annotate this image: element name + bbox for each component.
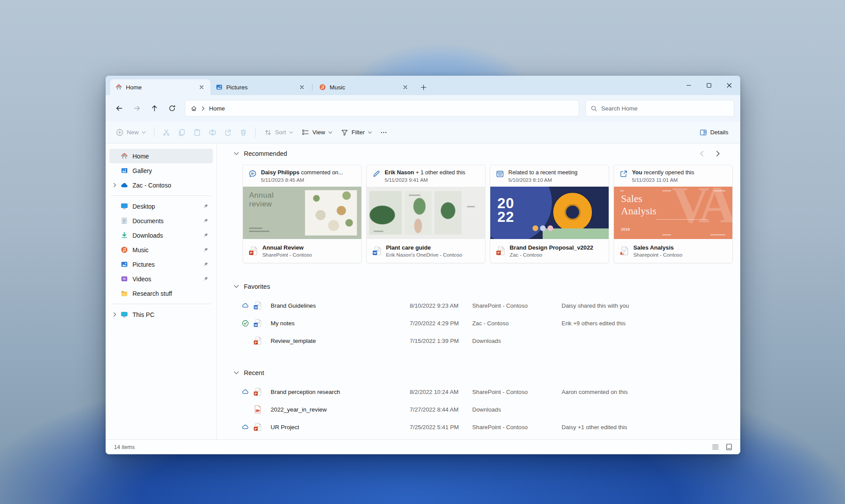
copy-icon [178, 129, 186, 136]
onedrive-cloud-icon [120, 181, 129, 189]
new-button[interactable]: New [112, 125, 150, 140]
carousel-left-icon[interactable] [700, 151, 704, 157]
tab-home[interactable]: Home [110, 79, 210, 95]
chevron-down-icon [368, 131, 372, 134]
chevron-down-icon [289, 131, 293, 134]
address-breadcrumb-bar[interactable]: Home [185, 100, 579, 117]
powerpoint-file-icon: P [253, 387, 271, 396]
music-icon [120, 246, 129, 254]
delete-button[interactable] [236, 125, 251, 140]
tab-music[interactable]: Music [314, 79, 414, 95]
file-location: SharePoint - Contoso [472, 424, 562, 430]
recommended-card-brand-design-proposal[interactable]: Related to a recent meeting 5/10/2023 8:… [490, 165, 609, 263]
forward-button[interactable] [129, 100, 145, 116]
close-tab-icon[interactable] [400, 82, 411, 92]
sidebar-item-label: Desktop [132, 203, 155, 210]
file-row[interactable]: P Review_template 7/15/2022 1:39 PM Down… [242, 332, 740, 349]
toolbar-separator [154, 128, 154, 137]
file-name: Brand perception research [271, 389, 410, 395]
sidebar-item-music[interactable]: Music [109, 243, 213, 257]
sidebar-item-label: Music [132, 246, 149, 254]
card-activity: Related to a recent meeting [508, 169, 577, 176]
file-row[interactable]: W Brand Guidelines 8/10/2022 9:23 AM Sha… [242, 297, 740, 314]
section-title: Recent [244, 369, 264, 376]
file-row[interactable]: 2022_year_in_review 7/27/2022 8:44 AM Do… [242, 401, 740, 418]
back-button[interactable] [111, 100, 128, 116]
sidebar-item-this-pc[interactable]: This PC [109, 307, 213, 322]
collapse-chevron-icon[interactable] [234, 371, 239, 375]
large-thumbnails-view-icon[interactable] [726, 444, 732, 450]
sidebar-item-research-stuff[interactable]: Research stuff [109, 286, 213, 301]
downloads-icon [120, 232, 129, 239]
rename-button[interactable] [205, 125, 220, 140]
explorer-body: Home Gallery Zac - Contoso [106, 143, 740, 439]
file-date: 7/20/2022 4:29 PM [410, 320, 472, 327]
refresh-button[interactable] [164, 100, 180, 116]
documents-icon [120, 217, 129, 224]
sidebar-item-pictures[interactable]: Pictures [109, 257, 213, 272]
search-input[interactable] [601, 105, 729, 112]
file-row[interactable]: P UR Project 7/25/2022 5:41 PM SharePoin… [242, 418, 740, 436]
up-button[interactable] [146, 100, 163, 116]
rename-icon [209, 129, 217, 136]
collapse-chevron-icon[interactable] [234, 152, 239, 155]
carousel-arrows [700, 151, 720, 157]
copy-button[interactable] [174, 125, 189, 140]
file-activity: Aaron commented on this [562, 389, 740, 395]
share-button[interactable] [220, 125, 235, 140]
file-row[interactable]: P Brand perception research 8/2/2022 10:… [242, 383, 740, 401]
ellipsis-icon [380, 129, 387, 136]
view-button[interactable]: View [298, 125, 336, 140]
recommended-card-plant-care-guide[interactable]: Erik Nason + 1 other edited this 5/11/20… [366, 165, 485, 263]
more-options-button[interactable] [376, 125, 391, 140]
recommended-cards: Daisy Philipps commented on... 5/11/2023… [242, 165, 740, 263]
navigation-sidebar: Home Gallery Zac - Contoso [106, 143, 217, 439]
sidebar-item-label: Videos [132, 276, 151, 283]
sidebar-item-home[interactable]: Home [109, 149, 213, 163]
powerpoint-file-icon: P [253, 423, 271, 431]
card-activity: Daisy Philipps commented on... [261, 169, 343, 176]
close-tab-icon[interactable] [297, 82, 307, 92]
chevron-right-icon [201, 106, 205, 111]
file-location: SharePoint - Contoso [472, 389, 562, 395]
svg-text:P: P [255, 341, 257, 345]
tab-pictures[interactable]: Pictures [210, 79, 311, 95]
close-tab-icon[interactable] [196, 82, 207, 92]
tab-strip: Home Pictures Music [106, 76, 740, 95]
recommended-card-sales-analysis[interactable]: You recently opened this 5/11/2023 11:01… [614, 165, 733, 263]
sidebar-item-gallery[interactable]: Gallery [109, 163, 213, 178]
items-count: 14 items [114, 444, 135, 450]
view-icon [301, 129, 309, 136]
tab-label: Pictures [226, 84, 293, 91]
new-tab-button[interactable] [417, 81, 430, 94]
paste-button[interactable] [190, 125, 205, 140]
expand-chevron-icon[interactable] [109, 183, 120, 188]
pin-icon [203, 276, 209, 282]
file-row[interactable]: W My notes 7/20/2022 4:29 PM Zac - Conto… [242, 314, 740, 332]
filter-button[interactable]: Filter [337, 125, 376, 140]
cut-button[interactable] [159, 125, 174, 140]
edit-pencil-icon [372, 169, 381, 187]
details-view-icon[interactable] [712, 444, 719, 450]
sidebar-item-videos[interactable]: Videos [109, 272, 213, 286]
sidebar-item-downloads[interactable]: Downloads [109, 228, 213, 243]
file-name: My notes [271, 320, 410, 327]
card-date: 5/11/2023 11:01 AM [632, 177, 694, 183]
details-pane-button[interactable]: Details [695, 125, 732, 140]
minimize-button[interactable] [679, 76, 699, 95]
close-window-button[interactable] [719, 76, 739, 95]
expand-chevron-icon[interactable] [109, 312, 120, 317]
folder-icon [120, 290, 129, 297]
sidebar-item-onedrive[interactable]: Zac - Contoso [109, 178, 213, 192]
collapse-chevron-icon[interactable] [234, 285, 239, 288]
file-activity: Daisy +1 other edited this [562, 424, 740, 430]
recommended-section-header: Recommended [234, 149, 740, 158]
sidebar-item-documents[interactable]: Documents [109, 213, 213, 228]
card-file-location: Erik Nason's OneDrive - Contoso [386, 252, 462, 258]
carousel-right-icon[interactable] [716, 151, 720, 157]
sort-button[interactable]: Sort [260, 125, 297, 140]
sidebar-item-desktop[interactable]: Desktop [109, 199, 213, 213]
svg-text:P: P [497, 251, 500, 255]
recommended-card-annual-review[interactable]: Daisy Philipps commented on... 5/11/2023… [242, 165, 362, 263]
maximize-button[interactable] [699, 76, 719, 95]
